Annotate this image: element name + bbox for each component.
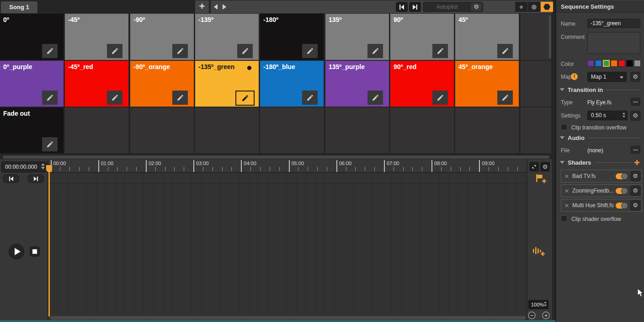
grid-header-cell[interactable]: -135º bbox=[195, 14, 259, 60]
map-info-icon[interactable]: ! bbox=[571, 73, 578, 80]
view-toggle-medium[interactable] bbox=[528, 2, 540, 12]
spin-down-icon[interactable] bbox=[623, 116, 625, 118]
transition-in-section-header[interactable]: Transition in bbox=[560, 86, 642, 93]
empty-grid-cell[interactable] bbox=[325, 107, 389, 153]
spin-down-icon[interactable] bbox=[41, 167, 45, 169]
grid-header-cell[interactable]: 45º bbox=[455, 14, 519, 60]
color-swatch[interactable] bbox=[634, 60, 641, 67]
timecode-spinner[interactable] bbox=[41, 163, 45, 169]
timeline-horizontal-scrollbar[interactable] bbox=[50, 316, 526, 320]
skip-to-end-button[interactable] bbox=[409, 2, 421, 12]
edit-cell-button[interactable] bbox=[172, 44, 188, 58]
add-audio-waveform-icon[interactable] bbox=[532, 246, 545, 257]
playhead-line[interactable] bbox=[48, 165, 50, 317]
edit-cell-button[interactable] bbox=[107, 44, 122, 58]
add-marker-flag-icon[interactable] bbox=[535, 174, 546, 184]
grid-horizontal-scrollbar[interactable] bbox=[3, 156, 549, 159]
empty-grid-cell[interactable] bbox=[260, 107, 324, 153]
spin-up-icon[interactable] bbox=[544, 301, 547, 303]
empty-grid-cell[interactable] bbox=[390, 107, 454, 153]
tab-song-1[interactable]: Song 1 bbox=[1, 1, 37, 13]
grid-header-cell[interactable]: 90º bbox=[390, 14, 454, 60]
edit-cell-button[interactable] bbox=[367, 44, 383, 58]
add-shader-button[interactable]: + bbox=[634, 157, 640, 169]
autopilot-control[interactable]: Autopilot ⚙ bbox=[423, 2, 483, 12]
timeline-skip-start-button[interactable] bbox=[3, 174, 19, 183]
empty-grid-cell[interactable] bbox=[521, 14, 551, 60]
shader-gear-icon[interactable]: ⚙ bbox=[630, 171, 640, 181]
clip-cell-active[interactable]: -135º_green bbox=[195, 61, 259, 107]
clip-cell[interactable]: -45º_red bbox=[65, 61, 128, 107]
skip-to-start-button[interactable] bbox=[396, 2, 408, 12]
collapse-caret-icon[interactable] bbox=[560, 88, 564, 91]
zoom-in-button[interactable]: + bbox=[542, 311, 550, 319]
transition-duration-spinner[interactable]: 0.50 s bbox=[587, 111, 628, 120]
edit-cell-button[interactable] bbox=[42, 137, 58, 151]
edit-clip-button[interactable] bbox=[107, 91, 122, 105]
color-swatch[interactable] bbox=[611, 60, 617, 67]
shaders-section-header[interactable]: Shaders bbox=[560, 159, 632, 166]
duration-spin-arrows[interactable] bbox=[623, 113, 625, 118]
map-gear-icon[interactable]: ⚙ bbox=[630, 72, 640, 82]
color-swatch-selected[interactable] bbox=[603, 60, 610, 67]
remove-shader-icon[interactable]: ✕ bbox=[561, 202, 572, 209]
edit-clip-button[interactable] bbox=[367, 91, 383, 105]
edit-clip-button[interactable] bbox=[42, 91, 58, 105]
view-toggle-large-active[interactable] bbox=[541, 2, 553, 12]
edit-cell-button[interactable] bbox=[237, 44, 253, 58]
spin-down-icon[interactable] bbox=[544, 305, 547, 306]
grid-header-cell[interactable]: -45º bbox=[65, 14, 128, 60]
collapse-caret-icon[interactable] bbox=[560, 161, 564, 164]
grid-header-cell[interactable]: 0º bbox=[0, 14, 64, 60]
clip-cell[interactable]: 90º_red bbox=[390, 61, 454, 107]
prev-arrow-icon[interactable] bbox=[214, 4, 218, 10]
timeline-skip-end-button[interactable] bbox=[27, 174, 44, 183]
zoom-spinner[interactable] bbox=[544, 301, 547, 306]
clip-shader-overflow-checkbox[interactable] bbox=[561, 215, 567, 222]
play-button[interactable] bbox=[9, 244, 24, 259]
clip-cell[interactable]: 45º_orange bbox=[455, 61, 519, 107]
color-swatch[interactable] bbox=[595, 60, 602, 67]
timeline-settings-gear-icon[interactable]: ⚙ bbox=[540, 162, 550, 172]
file-browse-button[interactable]: ... bbox=[631, 146, 640, 154]
empty-grid-cell[interactable] bbox=[65, 107, 128, 153]
collapse-caret-icon[interactable] bbox=[560, 136, 564, 139]
zoom-level-field[interactable]: 100% bbox=[528, 300, 548, 309]
zoom-out-button[interactable]: − bbox=[528, 311, 536, 319]
shader-row[interactable]: ✕ Multi Hue Shift.fs ⚙ bbox=[561, 199, 642, 212]
empty-grid-cell[interactable] bbox=[130, 107, 194, 153]
next-arrow-icon[interactable] bbox=[223, 4, 226, 10]
edit-cell-button[interactable] bbox=[432, 44, 448, 58]
audio-section-header[interactable]: Audio bbox=[560, 134, 642, 141]
view-toggle-small[interactable] bbox=[515, 2, 527, 12]
spin-up-icon[interactable] bbox=[623, 113, 625, 114]
grid-vertical-scrollbar[interactable] bbox=[549, 15, 551, 59]
remove-shader-icon[interactable]: ✕ bbox=[561, 173, 572, 180]
autopilot-gear-icon[interactable]: ⚙ bbox=[471, 3, 482, 11]
color-swatch[interactable] bbox=[626, 60, 633, 67]
grid-header-cell[interactable]: 135º bbox=[325, 14, 389, 60]
type-browse-button[interactable]: ... bbox=[631, 98, 640, 106]
shader-gear-icon[interactable]: ⚙ bbox=[630, 186, 640, 196]
name-input[interactable]: -135°_green bbox=[587, 19, 640, 28]
edit-cell-button[interactable] bbox=[497, 44, 513, 58]
edit-clip-button[interactable] bbox=[302, 91, 318, 105]
edit-cell-button[interactable] bbox=[42, 44, 58, 58]
grid-header-cell[interactable]: -180º bbox=[260, 14, 324, 60]
clip-transition-overflow-checkbox[interactable] bbox=[561, 124, 567, 130]
shader-row[interactable]: ✕ ZoomingFeedb... ⚙ bbox=[561, 184, 642, 197]
fit-view-button[interactable] bbox=[529, 162, 539, 172]
clip-cell[interactable]: -90º_orange bbox=[130, 61, 194, 107]
edit-clip-button[interactable] bbox=[432, 91, 448, 105]
add-sequence-button[interactable]: + bbox=[195, 0, 209, 13]
timeline-body[interactable] bbox=[48, 174, 527, 315]
timecode-field[interactable]: 00:00:00.000 bbox=[1, 161, 47, 172]
color-swatch[interactable] bbox=[587, 60, 594, 67]
empty-grid-cell[interactable] bbox=[521, 107, 551, 153]
empty-grid-cell[interactable] bbox=[195, 107, 259, 153]
edit-cell-button[interactable] bbox=[302, 44, 318, 58]
clip-cell[interactable]: 0º_purple bbox=[0, 61, 64, 107]
shader-toggle-on[interactable] bbox=[616, 203, 628, 209]
shader-row[interactable]: ✕ Bad TV.fs ⚙ bbox=[561, 170, 642, 182]
clip-cell[interactable]: -180º_blue bbox=[260, 61, 324, 107]
